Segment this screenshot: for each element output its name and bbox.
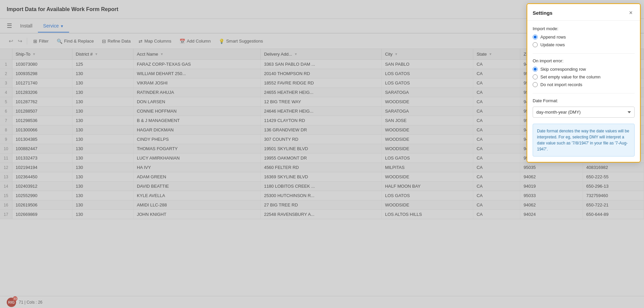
- update-rows-radio[interactable]: [533, 42, 538, 47]
- date-format-select[interactable]: day-month-year (DMY) month-day-year (MDY…: [533, 107, 635, 118]
- skip-row-radio[interactable]: [533, 67, 538, 72]
- update-rows-label: Update rows: [540, 42, 565, 47]
- settings-header: Settings ×: [527, 4, 640, 21]
- do-not-import-option[interactable]: Do not import records: [533, 82, 635, 87]
- import-mode-label: Import mode:: [533, 26, 635, 31]
- skip-row-label: Skip corresponding row: [540, 67, 586, 72]
- app-container: Import Data for Available Work Form Repo…: [0, 0, 644, 308]
- do-not-import-radio[interactable]: [533, 82, 538, 87]
- set-empty-option[interactable]: Set empty value for the column: [533, 74, 635, 79]
- settings-body: Import mode: Append rows Update rows On …: [527, 21, 640, 162]
- divider-1: [533, 53, 635, 54]
- on-import-error-label: On import error:: [533, 58, 635, 63]
- info-text: Date format denotes the way the date val…: [537, 129, 629, 151]
- append-rows-label: Append rows: [540, 35, 566, 40]
- date-format-label: Date Format:: [533, 98, 635, 103]
- import-mode-section: Import mode: Append rows Update rows: [533, 26, 635, 47]
- date-format-section: Date Format: day-month-year (DMY) month-…: [533, 98, 635, 118]
- update-rows-option[interactable]: Update rows: [533, 42, 635, 47]
- settings-panel: Settings × Import mode: Append rows Upda…: [527, 3, 641, 163]
- settings-title: Settings: [533, 10, 552, 16]
- skip-row-option[interactable]: Skip corresponding row: [533, 67, 635, 72]
- divider-2: [533, 93, 635, 94]
- append-rows-radio[interactable]: [533, 35, 538, 40]
- set-empty-radio[interactable]: [533, 74, 538, 79]
- append-rows-option[interactable]: Append rows: [533, 35, 635, 40]
- do-not-import-label: Do not import records: [540, 82, 582, 87]
- import-error-section: On import error: Skip corresponding row …: [533, 58, 635, 87]
- set-empty-label: Set empty value for the column: [540, 74, 600, 79]
- close-button[interactable]: ×: [627, 9, 635, 17]
- info-box: Date format denotes the way the date val…: [533, 124, 635, 157]
